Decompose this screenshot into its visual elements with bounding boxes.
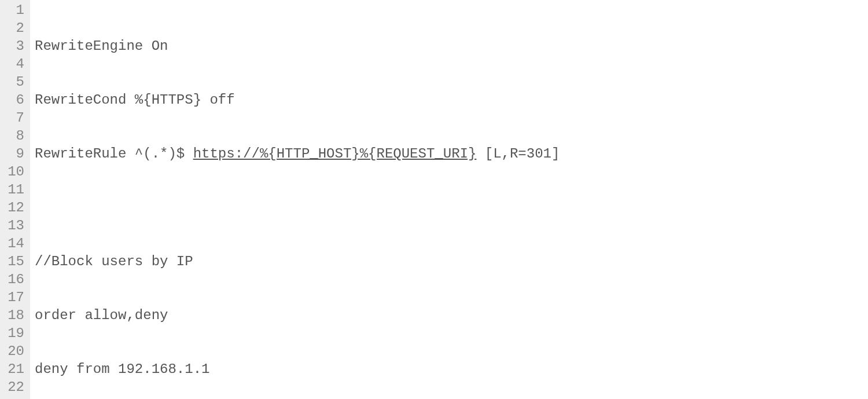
code-line: order allow,deny — [35, 306, 560, 324]
code-line: //Block users by IP — [35, 252, 560, 270]
line-number: 15 — [3, 252, 24, 270]
line-number: 16 — [3, 270, 24, 288]
line-number: 20 — [3, 342, 24, 360]
line-number: 6 — [3, 91, 24, 109]
line-number: 4 — [3, 55, 24, 73]
code-line: RewriteRule ^(.*)$ https://%{HTTP_HOST}%… — [35, 145, 560, 163]
code-line: deny from 192.168.1.1 — [35, 360, 560, 378]
line-number: 5 — [3, 73, 24, 91]
line-number: 9 — [3, 145, 24, 163]
line-number: 2 — [3, 19, 24, 37]
code-line — [35, 199, 560, 217]
code-text: [L,R=301] — [476, 146, 560, 162]
line-number: 19 — [3, 324, 24, 342]
line-number-gutter: 1 2 3 4 5 6 7 8 9 10 11 12 13 14 15 16 1… — [0, 0, 30, 399]
line-number: 17 — [3, 288, 24, 306]
code-area[interactable]: RewriteEngine On RewriteCond %{HTTPS} of… — [30, 0, 560, 399]
code-line: RewriteEngine On — [35, 37, 560, 55]
line-number: 3 — [3, 37, 24, 55]
line-number: 10 — [3, 163, 24, 181]
url-literal: https://%{HTTP_HOST}%{REQUEST_URI} — [193, 146, 477, 162]
code-line: RewriteCond %{HTTPS} off — [35, 91, 560, 109]
line-number: 12 — [3, 199, 24, 217]
line-number: 18 — [3, 306, 24, 324]
line-number: 22 — [3, 378, 24, 396]
line-number: 13 — [3, 217, 24, 235]
line-number: 1 — [3, 1, 24, 19]
line-number: 14 — [3, 235, 24, 252]
line-number: 11 — [3, 181, 24, 199]
line-number: 21 — [3, 360, 24, 378]
code-editor: 1 2 3 4 5 6 7 8 9 10 11 12 13 14 15 16 1… — [0, 0, 868, 399]
code-text: RewriteRule ^(.*)$ — [35, 146, 193, 162]
line-number: 8 — [3, 127, 24, 145]
line-number: 7 — [3, 109, 24, 127]
